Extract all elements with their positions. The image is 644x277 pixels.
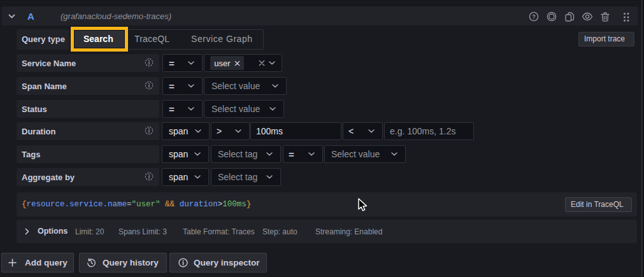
svg-text:?: ? [532,13,536,20]
